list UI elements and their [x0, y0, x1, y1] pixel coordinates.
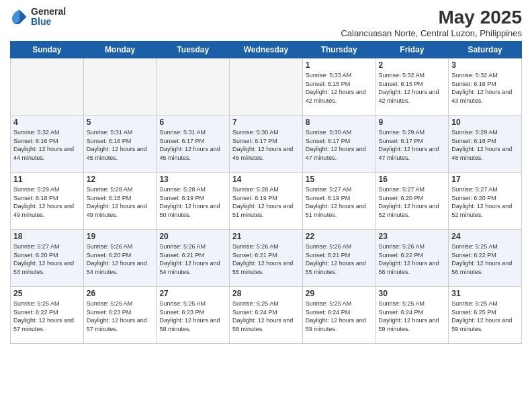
calendar-header-row: Sunday Monday Tuesday Wednesday Thursday…	[11, 42, 522, 58]
day-number: 26	[87, 289, 154, 298]
col-friday: Friday	[375, 42, 449, 58]
table-row: 29Sunrise: 5:25 AM Sunset: 6:24 PM Dayli…	[302, 287, 375, 344]
table-row: 31Sunrise: 5:25 AM Sunset: 6:25 PM Dayli…	[449, 287, 522, 344]
day-info: Sunrise: 5:27 AM Sunset: 6:20 PM Dayligh…	[13, 242, 81, 276]
day-info: Sunrise: 5:26 AM Sunset: 6:20 PM Dayligh…	[87, 242, 154, 276]
day-info: Sunrise: 5:29 AM Sunset: 6:18 PM Dayligh…	[13, 185, 81, 219]
day-info: Sunrise: 5:25 AM Sunset: 6:22 PM Dayligh…	[451, 242, 519, 276]
day-info: Sunrise: 5:26 AM Sunset: 6:21 PM Dayligh…	[159, 242, 226, 276]
day-info: Sunrise: 5:33 AM Sunset: 6:15 PM Dayligh…	[306, 71, 373, 105]
calendar-week-row: 4Sunrise: 5:32 AM Sunset: 6:16 PM Daylig…	[11, 116, 522, 173]
table-row: 12Sunrise: 5:28 AM Sunset: 6:18 PM Dayli…	[83, 173, 157, 230]
table-row: 3Sunrise: 5:32 AM Sunset: 6:16 PM Daylig…	[449, 58, 522, 116]
col-thursday: Thursday	[302, 42, 375, 58]
day-number: 22	[306, 232, 373, 241]
day-number: 20	[159, 232, 226, 241]
day-number: 10	[451, 118, 519, 127]
table-row: 22Sunrise: 5:26 AM Sunset: 6:21 PM Dayli…	[302, 230, 375, 287]
col-wednesday: Wednesday	[230, 42, 303, 58]
day-number: 23	[379, 232, 446, 241]
table-row: 15Sunrise: 5:27 AM Sunset: 6:19 PM Dayli…	[302, 173, 375, 230]
table-row: 18Sunrise: 5:27 AM Sunset: 6:20 PM Dayli…	[11, 230, 84, 287]
day-info: Sunrise: 5:27 AM Sunset: 6:19 PM Dayligh…	[306, 185, 373, 219]
day-number: 3	[451, 60, 519, 70]
day-number: 30	[379, 289, 446, 298]
day-number: 17	[451, 175, 519, 184]
day-info: Sunrise: 5:25 AM Sunset: 6:24 PM Dayligh…	[232, 300, 300, 333]
table-row: 24Sunrise: 5:25 AM Sunset: 6:22 PM Dayli…	[449, 230, 522, 287]
day-number: 7	[232, 118, 300, 127]
day-number: 19	[87, 232, 154, 241]
month-year: May 2025	[341, 7, 522, 28]
table-row: 20Sunrise: 5:26 AM Sunset: 6:21 PM Dayli…	[157, 230, 230, 287]
day-number: 2	[379, 60, 446, 70]
day-info: Sunrise: 5:25 AM Sunset: 6:24 PM Dayligh…	[379, 300, 446, 333]
day-info: Sunrise: 5:32 AM Sunset: 6:15 PM Dayligh…	[379, 71, 446, 105]
location: Calancuasan Norte, Central Luzon, Philip…	[341, 28, 522, 38]
table-row: 2Sunrise: 5:32 AM Sunset: 6:15 PM Daylig…	[375, 58, 449, 116]
table-row: 30Sunrise: 5:25 AM Sunset: 6:24 PM Dayli…	[375, 287, 449, 344]
day-info: Sunrise: 5:28 AM Sunset: 6:18 PM Dayligh…	[87, 185, 154, 219]
day-info: Sunrise: 5:30 AM Sunset: 6:17 PM Dayligh…	[232, 128, 300, 162]
table-row: 26Sunrise: 5:25 AM Sunset: 6:23 PM Dayli…	[83, 287, 157, 344]
day-number: 27	[159, 289, 226, 298]
day-number: 29	[306, 289, 373, 298]
day-info: Sunrise: 5:25 AM Sunset: 6:24 PM Dayligh…	[306, 300, 373, 333]
col-saturday: Saturday	[449, 42, 522, 58]
day-number: 13	[159, 175, 226, 184]
day-info: Sunrise: 5:32 AM Sunset: 6:16 PM Dayligh…	[451, 71, 519, 105]
day-info: Sunrise: 5:25 AM Sunset: 6:23 PM Dayligh…	[159, 300, 226, 333]
day-number: 24	[451, 232, 519, 241]
table-row	[230, 58, 303, 116]
day-number: 4	[13, 118, 81, 127]
table-row: 25Sunrise: 5:25 AM Sunset: 6:22 PM Dayli…	[11, 287, 84, 344]
day-info: Sunrise: 5:31 AM Sunset: 6:16 PM Dayligh…	[87, 128, 154, 162]
table-row: 8Sunrise: 5:30 AM Sunset: 6:17 PM Daylig…	[302, 116, 375, 173]
table-row: 19Sunrise: 5:26 AM Sunset: 6:20 PM Dayli…	[83, 230, 157, 287]
day-info: Sunrise: 5:27 AM Sunset: 6:20 PM Dayligh…	[379, 185, 446, 219]
table-row: 11Sunrise: 5:29 AM Sunset: 6:18 PM Dayli…	[11, 173, 84, 230]
day-number: 8	[306, 118, 373, 127]
table-row: 13Sunrise: 5:28 AM Sunset: 6:19 PM Dayli…	[157, 173, 230, 230]
table-row	[83, 58, 157, 116]
day-number: 21	[232, 232, 300, 241]
day-number: 28	[232, 289, 300, 298]
table-row: 27Sunrise: 5:25 AM Sunset: 6:23 PM Dayli…	[157, 287, 230, 344]
day-info: Sunrise: 5:25 AM Sunset: 6:23 PM Dayligh…	[87, 300, 154, 333]
day-info: Sunrise: 5:28 AM Sunset: 6:19 PM Dayligh…	[232, 185, 300, 219]
day-number: 5	[87, 118, 154, 127]
table-row	[11, 58, 84, 116]
day-number: 11	[13, 175, 81, 184]
day-info: Sunrise: 5:26 AM Sunset: 6:21 PM Dayligh…	[306, 242, 373, 276]
day-number: 6	[159, 118, 226, 127]
day-number: 18	[13, 232, 81, 241]
table-row: 23Sunrise: 5:26 AM Sunset: 6:22 PM Dayli…	[375, 230, 449, 287]
table-row: 9Sunrise: 5:29 AM Sunset: 6:17 PM Daylig…	[375, 116, 449, 173]
day-info: Sunrise: 5:25 AM Sunset: 6:22 PM Dayligh…	[13, 300, 81, 333]
logo-text: General Blue	[31, 7, 66, 28]
table-row: 1Sunrise: 5:33 AM Sunset: 6:15 PM Daylig…	[302, 58, 375, 116]
day-number: 14	[232, 175, 300, 184]
table-row: 16Sunrise: 5:27 AM Sunset: 6:20 PM Dayli…	[375, 173, 449, 230]
title-section: May 2025 Calancuasan Norte, Central Luzo…	[341, 7, 522, 38]
col-tuesday: Tuesday	[157, 42, 230, 58]
page: General Blue May 2025 Calancuasan Norte,…	[0, 0, 532, 411]
day-info: Sunrise: 5:29 AM Sunset: 6:17 PM Dayligh…	[379, 128, 446, 162]
table-row: 6Sunrise: 5:31 AM Sunset: 6:17 PM Daylig…	[157, 116, 230, 173]
day-number: 12	[87, 175, 154, 184]
day-number: 9	[379, 118, 446, 127]
day-info: Sunrise: 5:26 AM Sunset: 6:21 PM Dayligh…	[232, 242, 300, 276]
day-number: 31	[451, 289, 519, 298]
day-info: Sunrise: 5:31 AM Sunset: 6:17 PM Dayligh…	[159, 128, 226, 162]
table-row: 14Sunrise: 5:28 AM Sunset: 6:19 PM Dayli…	[230, 173, 303, 230]
day-number: 15	[306, 175, 373, 184]
col-monday: Monday	[83, 42, 157, 58]
day-number: 1	[306, 60, 373, 70]
day-info: Sunrise: 5:25 AM Sunset: 6:25 PM Dayligh…	[451, 300, 519, 333]
day-info: Sunrise: 5:29 AM Sunset: 6:18 PM Dayligh…	[451, 128, 519, 162]
day-info: Sunrise: 5:30 AM Sunset: 6:17 PM Dayligh…	[306, 128, 373, 162]
table-row: 4Sunrise: 5:32 AM Sunset: 6:16 PM Daylig…	[11, 116, 84, 173]
logo: General Blue	[10, 7, 66, 28]
logo-icon	[10, 7, 29, 26]
logo-blue-text: Blue	[31, 17, 66, 27]
